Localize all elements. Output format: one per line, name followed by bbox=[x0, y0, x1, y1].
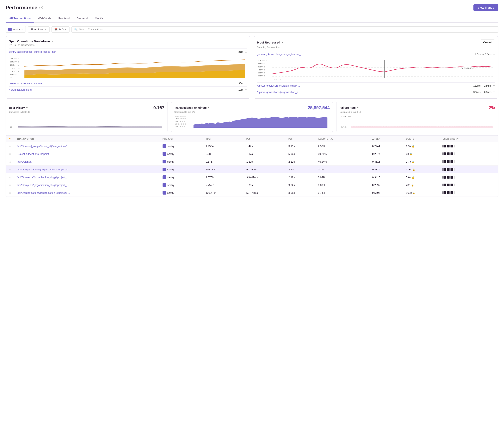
svg-rect-31 bbox=[445, 145, 446, 148]
star-button[interactable]: ☆ bbox=[9, 175, 11, 179]
tab-backend[interactable]: Backend bbox=[73, 15, 91, 23]
star-button[interactable]: ☆ bbox=[9, 144, 11, 148]
view-all-button[interactable]: View All bbox=[480, 40, 495, 45]
project-icon bbox=[162, 152, 166, 156]
span-item-1-link[interactable]: issues.occurrence_consumer bbox=[9, 82, 43, 85]
star-button[interactable]: ☆ bbox=[9, 160, 11, 163]
failure-rate-chevron-icon[interactable]: ▼ bbox=[357, 106, 359, 109]
th-project[interactable]: PROJECT bbox=[160, 135, 203, 142]
regress-link-3[interactable]: /api/0/organizations/{organization_s … bbox=[257, 91, 301, 94]
search-input[interactable] bbox=[79, 28, 496, 31]
p95-cell: 2.18s bbox=[286, 173, 315, 181]
users-value: 5.6k bbox=[406, 176, 411, 179]
tpm-cell: 1.9554 bbox=[203, 142, 244, 150]
transaction-link[interactable]: /api/0/signup/ bbox=[17, 160, 32, 163]
misery-bar-chart bbox=[442, 176, 456, 179]
lock-icon: 🔒 bbox=[410, 153, 412, 155]
svg-rect-35 bbox=[451, 145, 452, 148]
tab-all-transactions[interactable]: All Transactions bbox=[6, 15, 34, 23]
transaction-link[interactable]: ProjectRuleActionsEndpoint bbox=[17, 152, 49, 156]
transaction-link[interactable]: /api/0/projects/{organization_slug}/{pro… bbox=[17, 184, 69, 187]
tab-frontend[interactable]: Frontend bbox=[55, 15, 73, 23]
span-top-link[interactable]: sentry.tasks.process_buffer.process_incr bbox=[9, 50, 56, 53]
th-failure-rate[interactable]: FAILURE RA... bbox=[315, 135, 369, 142]
project-cell: sentry bbox=[160, 166, 203, 173]
tab-web-vitals[interactable]: Web Vitals bbox=[34, 15, 55, 23]
star-button[interactable]: ☆ bbox=[9, 152, 11, 156]
span-item-2: /{organization_slug}/ 18m ▼ bbox=[9, 86, 247, 93]
tpm-cell: 0.1767 bbox=[203, 158, 244, 166]
transaction-link[interactable]: /api/0/issues|groups/{issue_id}/integrat… bbox=[17, 145, 69, 148]
lock-icon: 🔒 bbox=[412, 192, 415, 194]
svg-rect-33 bbox=[448, 145, 449, 148]
span-top-chevron-icon[interactable]: ▲ bbox=[245, 51, 247, 53]
lock-icon: 🔒 bbox=[412, 176, 414, 179]
info-icon[interactable]: ? bbox=[39, 6, 43, 9]
svg-rect-36 bbox=[452, 145, 453, 148]
transaction-cell: /api/0/projects/{organization_slug}/{pro… bbox=[14, 181, 160, 189]
regress-link-2[interactable]: /api/0/projects/{organization_slug}/ … bbox=[257, 84, 300, 87]
project-filter[interactable]: sentry ▼ bbox=[6, 26, 26, 33]
svg-rect-78 bbox=[448, 184, 449, 186]
tab-mobile[interactable]: Mobile bbox=[91, 15, 107, 23]
star-button[interactable]: ☆ bbox=[9, 183, 11, 187]
span-item-2-chevron-icon[interactable]: ▼ bbox=[245, 88, 247, 91]
span-breakdown-chevron-icon[interactable]: ▼ bbox=[51, 40, 53, 43]
svg-rect-47 bbox=[442, 160, 443, 163]
svg-rect-41 bbox=[447, 152, 448, 155]
project-name: sentry bbox=[167, 168, 174, 171]
search-icon: 🔍 bbox=[74, 28, 78, 31]
misery-bar bbox=[442, 145, 495, 148]
th-p95[interactable]: P95 bbox=[286, 135, 315, 142]
env-filter[interactable]: ☰ All Envs ▼ bbox=[28, 26, 50, 33]
svg-rect-56 bbox=[442, 168, 443, 171]
user-misery-cell bbox=[440, 158, 498, 166]
star-button[interactable]: ☆ bbox=[9, 168, 11, 171]
regress-chevron-1-icon[interactable]: ▲ bbox=[493, 53, 495, 55]
star-cell: ☆ bbox=[6, 189, 14, 197]
regress-chevron-2-icon[interactable]: ▼ bbox=[493, 85, 495, 87]
regress-chevron-3-icon[interactable]: ▼ bbox=[493, 91, 495, 93]
misery-bar bbox=[442, 184, 495, 186]
transaction-link[interactable]: /api/0/organizations/{organization_slug}… bbox=[17, 168, 70, 171]
span-item-1-chevron-icon[interactable]: ▼ bbox=[245, 82, 247, 84]
user-misery-chevron-icon[interactable]: ▼ bbox=[26, 106, 28, 109]
users-value: 6.9k bbox=[406, 145, 411, 148]
svg-rect-65 bbox=[442, 176, 443, 179]
svg-rect-68 bbox=[447, 176, 448, 179]
svg-text:Present: Present bbox=[462, 68, 476, 70]
svg-rect-88 bbox=[450, 191, 450, 194]
table-row: ☆ /api/0/signup/ sentry 0.1767 1.29s 2.1… bbox=[6, 158, 498, 166]
tpm-chevron-icon[interactable]: ▼ bbox=[208, 106, 210, 109]
misery-bar bbox=[442, 168, 495, 171]
star-button[interactable]: ☆ bbox=[9, 191, 11, 194]
table-row: ☆ /api/0/organizations/{organization_slu… bbox=[6, 189, 498, 197]
most-regressed-chevron-icon[interactable]: ▼ bbox=[281, 41, 284, 44]
th-apdex[interactable]: APDEX bbox=[369, 135, 403, 142]
th-user-misery[interactable]: USER MISERY ↓ bbox=[440, 135, 498, 142]
transaction-link[interactable]: /api/0/organizations/{organization_slug}… bbox=[17, 191, 70, 194]
svg-rect-46 bbox=[454, 152, 455, 155]
star-cell: ☆ bbox=[6, 150, 14, 158]
svg-text:20ms: 20ms bbox=[10, 64, 19, 66]
p95-cell: 3.05s bbox=[286, 189, 315, 197]
transaction-link[interactable]: /api/0/projects/{organization_slug}/{pro… bbox=[17, 176, 69, 179]
tpm-cell: 0.286 bbox=[203, 150, 244, 158]
period-filter[interactable]: 📅 14D ▼ bbox=[52, 26, 70, 33]
failure-rate-value: 2% bbox=[489, 105, 495, 110]
user-misery-cell bbox=[440, 166, 498, 173]
view-trends-button[interactable]: View Trends bbox=[473, 4, 498, 11]
th-users[interactable]: USERS bbox=[403, 135, 440, 142]
regress-link-1[interactable]: getsentry.tasks.plan_change_feature_ … bbox=[257, 53, 304, 56]
span-item-2-link[interactable]: /{organization_slug}/ bbox=[9, 88, 33, 91]
th-transaction[interactable]: TRANSACTION bbox=[14, 135, 160, 142]
th-tpm[interactable]: TPM bbox=[203, 135, 244, 142]
failure-rate-cell: 0.3% bbox=[315, 166, 369, 173]
env-label: All Envs bbox=[34, 28, 44, 31]
tpm-chart: 50,000 40,000 30,000 20,000 10,000 bbox=[174, 115, 330, 129]
user-misery-subtitle: Compared to last 14d bbox=[9, 111, 164, 113]
project-cell: sentry bbox=[160, 181, 203, 189]
failure-rate-cell: 2.53% bbox=[315, 142, 369, 150]
th-p50[interactable]: P50 bbox=[244, 135, 286, 142]
apdex-cell: 0.2674 bbox=[369, 150, 403, 158]
